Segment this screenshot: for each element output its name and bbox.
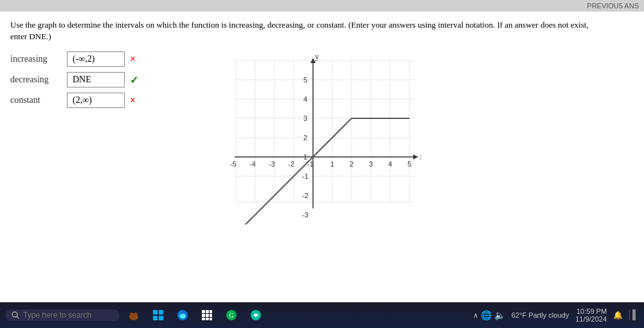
taskbar: G ∧ 🌐 🔈 62°F Partly cloudy 10:59 PM 11/9… <box>0 302 644 328</box>
svg-rect-58 <box>210 314 212 317</box>
svg-text:G: G <box>229 312 233 319</box>
search-bar[interactable] <box>5 309 120 321</box>
constant-row: constant (2,∞) × <box>10 93 138 108</box>
search-input[interactable] <box>23 311 113 320</box>
datetime-display[interactable]: 10:59 PM 11/9/2024 <box>575 307 607 323</box>
time-display: 10:59 PM <box>575 307 607 315</box>
volume-icon[interactable]: 🔈 <box>494 310 505 321</box>
increasing-label: increasing <box>10 54 62 64</box>
svg-rect-60 <box>206 318 209 320</box>
svg-text:-5: -5 <box>230 160 237 168</box>
increasing-row: increasing (-∞,2) × <box>10 51 138 67</box>
svg-text:x: x <box>420 152 421 161</box>
chevron-up-icon[interactable]: ∧ <box>473 311 478 320</box>
taskbar-left: G <box>5 305 266 325</box>
date-display: 11/9/2024 <box>575 315 607 323</box>
svg-text:3: 3 <box>369 160 373 168</box>
weather-info: 62°F Partly cloudy <box>512 310 569 320</box>
decreasing-status: ✓ <box>130 74 138 86</box>
notification-icon[interactable]: 🔔 <box>613 311 623 320</box>
taskbar-icon-grid[interactable] <box>197 305 217 325</box>
svg-rect-59 <box>202 318 205 320</box>
constant-label: constant <box>10 95 62 105</box>
svg-rect-52 <box>159 316 163 320</box>
svg-text:-2: -2 <box>302 192 309 199</box>
decreasing-input[interactable]: DNE <box>67 72 125 87</box>
answers-section: increasing (-∞,2) × decreasing DNE ✓ con… <box>10 51 138 108</box>
decreasing-row: decreasing DNE ✓ <box>10 72 138 87</box>
svg-text:-4: -4 <box>249 160 256 168</box>
svg-text:-1: -1 <box>302 172 309 180</box>
constant-input[interactable]: (2,∞) <box>67 93 125 108</box>
svg-text:-3: -3 <box>269 160 275 168</box>
svg-line-45 <box>17 316 19 318</box>
svg-text:y: y <box>315 54 319 61</box>
svg-text:-3: -3 <box>302 211 309 219</box>
svg-text:2: 2 <box>303 134 307 141</box>
svg-rect-50 <box>159 310 163 314</box>
svg-text:5: 5 <box>407 160 411 168</box>
instruction-text: Use the graph to determine the intervals… <box>10 19 589 42</box>
svg-rect-53 <box>202 310 205 313</box>
network-icon[interactable]: 🌐 <box>481 310 492 321</box>
decreasing-label: decreasing <box>10 75 62 85</box>
svg-point-47 <box>130 313 134 316</box>
svg-text:1: 1 <box>303 153 307 161</box>
taskbar-icon-edge[interactable] <box>172 305 193 325</box>
svg-text:2: 2 <box>350 160 353 168</box>
svg-text:3: 3 <box>303 114 307 122</box>
graph-area: x y -5 -4 -3 -2 -1 1 2 3 4 5 5 4 3 <box>215 54 421 221</box>
svg-point-48 <box>134 313 138 316</box>
svg-text:1: 1 <box>330 160 334 168</box>
main-content: Use the graph to determine the intervals… <box>0 12 644 221</box>
svg-text:4: 4 <box>388 160 392 168</box>
top-bar: PREVIOU5 ANS <box>0 0 644 12</box>
increasing-status: × <box>130 53 136 65</box>
constant-status: × <box>130 95 136 106</box>
graph-svg: x y -5 -4 -3 -2 -1 1 2 3 4 5 5 4 3 <box>215 54 421 224</box>
taskbar-icon-animal[interactable] <box>123 305 144 325</box>
svg-rect-51 <box>153 316 157 320</box>
svg-rect-56 <box>202 314 205 317</box>
svg-rect-49 <box>153 310 157 314</box>
taskbar-icon-windows[interactable] <box>148 305 168 325</box>
svg-point-44 <box>12 312 17 317</box>
svg-text:4: 4 <box>303 95 307 103</box>
taskbar-icon-app2[interactable] <box>246 305 266 325</box>
svg-rect-54 <box>206 310 209 313</box>
svg-rect-57 <box>206 314 209 317</box>
sys-icons: ∧ 🌐 🔈 <box>473 310 505 321</box>
svg-rect-55 <box>210 310 212 313</box>
svg-text:-2: -2 <box>288 160 294 168</box>
taskbar-right: ∧ 🌐 🔈 62°F Partly cloudy 10:59 PM 11/9/2… <box>473 307 639 323</box>
svg-text:5: 5 <box>303 76 307 84</box>
svg-marker-20 <box>413 154 418 159</box>
taskbar-icon-app1[interactable]: G <box>221 305 242 325</box>
svg-rect-61 <box>210 318 212 320</box>
show-desktop-icon[interactable]: ▌ <box>629 310 639 320</box>
increasing-input[interactable]: (-∞,2) <box>67 51 125 67</box>
search-icon <box>12 311 19 319</box>
